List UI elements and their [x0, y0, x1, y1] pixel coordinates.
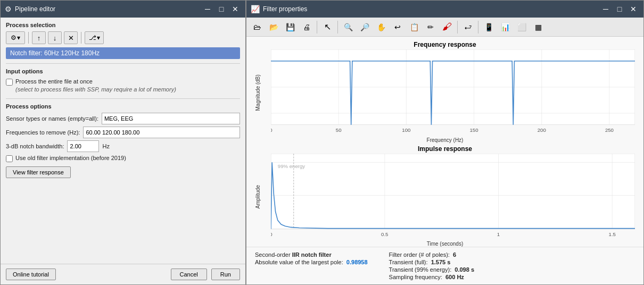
svg-text:1: 1 — [497, 231, 500, 237]
freq-response-chart: Frequency response Magnitude (dB) — [255, 41, 635, 143]
move-up-btn[interactable]: ↑ — [32, 31, 46, 44]
filter-window-icon: 📈 — [251, 5, 260, 13]
svg-text:250: 250 — [605, 127, 614, 133]
tb-pan-btn[interactable]: ✋ — [374, 20, 389, 34]
impulse-response-chart: Impulse response Amplitude — [255, 145, 635, 247]
input-options-label: Input options — [6, 68, 240, 74]
filter-order-value: 6 — [453, 252, 456, 258]
svg-text:100: 100 — [402, 127, 411, 133]
entire-file-row: Process the entire file at once (select … — [6, 78, 240, 94]
impulse-chart-svg: 1 0.5 0 99% energy 0 0.5 1 1.5 — [271, 154, 635, 241]
filter-toolbar: 🗁 📂 💾 🖨 ↖ 🔍 🔎 ✋ ↩ 📋 ✏ 🖌 ⮐ 📱 📊 ⬜ ▦ — [246, 18, 643, 37]
pipeline-maximize-btn[interactable]: □ — [216, 3, 227, 15]
charts-area: Frequency response Magnitude (dB) — [246, 37, 643, 247]
tb-new-btn[interactable]: 🗁 — [250, 20, 265, 34]
pipeline-title: Pipeline editor — [15, 5, 55, 13]
pipeline-close-btn[interactable]: ✕ — [229, 3, 241, 15]
freq-chart-svg: 0 -20 -40 0 50 100 150 200 250 — [271, 49, 635, 137]
filter-maximize-btn[interactable]: □ — [614, 3, 625, 15]
freq-chart-title: Frequency response — [255, 41, 635, 48]
bandwidth-unit: Hz — [102, 143, 109, 149]
tb-color-btn[interactable]: 🖌 — [440, 20, 455, 34]
branch-dropdown-btn[interactable]: ⎇ ▾ — [85, 31, 104, 44]
gear-icon: ⚙ — [11, 34, 16, 41]
filter-type-text: Second-order IIR notch filter — [255, 252, 368, 258]
tb-open-btn[interactable]: 📂 — [266, 20, 281, 34]
pipeline-bottom-bar: Online tutorial Cancel Run — [1, 264, 245, 284]
filter-minimize-btn[interactable]: ─ — [600, 3, 612, 15]
pipeline-body: Process selection ⚙ ▾ ↑ ↓ ✕ ⎇ ▾ Notch fi… — [1, 18, 245, 264]
impulse-y-axis-label: Amplitude — [255, 154, 271, 241]
old-filter-checkbox[interactable] — [6, 155, 13, 162]
process-options-label: Process options — [6, 103, 240, 110]
transient-99-value: 0.098 s — [455, 266, 474, 273]
tb-insert-btn[interactable]: ⮐ — [460, 20, 475, 34]
process-selection-label: Process selection — [6, 22, 240, 28]
gear-dropdown-btn[interactable]: ⚙ ▾ — [6, 31, 25, 44]
sensor-label: Sensor types or names (empty=all): — [6, 115, 98, 122]
tb-save-btn[interactable]: 💾 — [283, 20, 298, 34]
filter-title: Filter properties — [263, 5, 307, 13]
toolbar-sep-2 — [81, 32, 81, 44]
entire-file-checkbox[interactable] — [6, 79, 13, 86]
filter-info-area: Second-order IIR notch filter Absolute v… — [246, 247, 643, 284]
old-filter-label: Use old filter implementation (before 20… — [15, 154, 126, 162]
sampling-freq-value: 600 Hz — [445, 274, 464, 280]
online-tutorial-btn[interactable]: Online tutorial — [6, 269, 56, 280]
bandwidth-row: 3-dB notch bandwidth: Hz — [6, 140, 240, 152]
svg-rect-18 — [271, 154, 635, 229]
bandwidth-input[interactable] — [67, 140, 99, 152]
tb-chart-btn[interactable]: 📊 — [498, 20, 513, 34]
old-filter-row: Use old filter implementation (before 20… — [6, 154, 240, 162]
view-filter-response-btn[interactable]: View filter response — [6, 166, 71, 178]
titlebar-left: ⚙ Pipeline editor — [5, 5, 55, 13]
ftb-sep-3 — [457, 21, 458, 33]
svg-text:50: 50 — [336, 127, 342, 133]
process-options-section: Process options Sensor types or names (e… — [6, 103, 240, 178]
svg-text:200: 200 — [538, 127, 547, 133]
delete-btn[interactable]: ✕ — [64, 31, 78, 44]
move-down-btn[interactable]: ↓ — [48, 31, 62, 44]
freq-input[interactable] — [83, 127, 240, 138]
tb-grid-btn[interactable]: ▦ — [531, 20, 546, 34]
tb-brush-btn[interactable]: ✏ — [423, 20, 438, 34]
tb-gray-btn[interactable]: ⬜ — [514, 20, 529, 34]
tb-zoom-in-btn[interactable]: 🔍 — [341, 20, 356, 34]
freq-chart-svg-wrap: 0 -20 -40 0 50 100 150 200 250 — [271, 49, 635, 137]
svg-text:99% energy: 99% energy — [278, 163, 305, 169]
pipeline-icon: ⚙ — [5, 5, 12, 13]
tb-data-cursor-btn[interactable]: 📋 — [407, 20, 422, 34]
filter-titlebar: 📈 Filter properties ─ □ ✕ — [246, 1, 643, 18]
entire-file-label: Process the entire file at once — [15, 78, 176, 86]
impulse-chart-svg-wrap: 1 0.5 0 99% energy 0 0.5 1 1.5 — [271, 154, 635, 241]
freq-y-axis-label: Magnitude (dB) — [255, 49, 271, 137]
entire-file-labels: Process the entire file at once (select … — [15, 78, 176, 94]
info-right-col: Filter order (# of poles): 6 Transient (… — [389, 252, 474, 280]
freq-label: Frequencies to remove (Hz): — [6, 129, 80, 136]
filter-type-bold: IIR notch filter — [292, 252, 332, 258]
filter-list-item[interactable]: Notch filter: 60Hz 120Hz 180Hz — [6, 47, 240, 59]
tb-zoom-out-btn[interactable]: 🔎 — [357, 20, 372, 34]
tb-link-btn[interactable]: 📱 — [481, 20, 496, 34]
cancel-btn[interactable]: Cancel — [171, 269, 207, 280]
branch-arrow: ▾ — [97, 34, 100, 41]
svg-text:0.5: 0.5 — [381, 231, 388, 237]
pipeline-minimize-btn[interactable]: ─ — [202, 3, 213, 15]
tb-cursor-btn[interactable]: ↖ — [320, 20, 335, 34]
pipeline-window-controls: ─ □ ✕ — [202, 3, 241, 15]
process-selection-section: Process selection ⚙ ▾ ↑ ↓ ✕ ⎇ ▾ Notch fi… — [6, 22, 240, 59]
toolbar-sep-1 — [28, 32, 29, 44]
pipeline-titlebar: ⚙ Pipeline editor ─ □ ✕ — [1, 1, 245, 18]
run-btn[interactable]: Run — [211, 269, 240, 280]
filter-order-text: Filter order (# of poles): 6 — [389, 252, 474, 258]
input-options-section: Input options Process the entire file at… — [6, 68, 240, 94]
tb-rotate-btn[interactable]: ↩ — [390, 20, 405, 34]
transient-99-text: Transient (99% energy): 0.098 s — [389, 266, 474, 273]
sensor-row: Sensor types or names (empty=all): — [6, 113, 240, 124]
filter-close-btn[interactable]: ✕ — [628, 3, 639, 15]
tb-print-btn[interactable]: 🖨 — [299, 20, 314, 34]
impulse-chart-inner: Amplitude 1 0.5 — [255, 154, 635, 241]
sensor-input[interactable] — [102, 113, 240, 124]
pipeline-editor-window: ⚙ Pipeline editor ─ □ ✕ Process selectio… — [0, 0, 246, 285]
transient-full-value: 1.575 s — [431, 259, 451, 265]
